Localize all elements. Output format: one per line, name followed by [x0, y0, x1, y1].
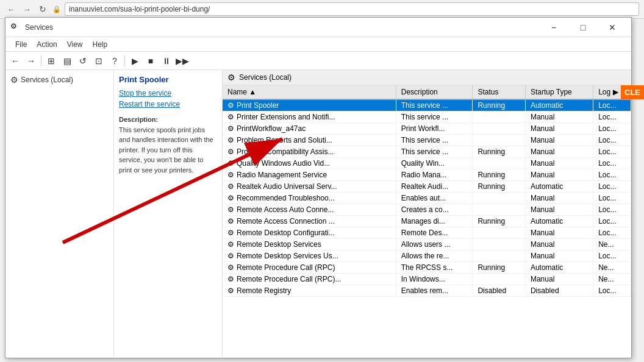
- service-status-cell: Running: [473, 181, 526, 193]
- service-desc-cell: Allows the re...: [396, 250, 473, 262]
- service-icon: ⚙: [227, 286, 234, 295]
- service-logon-cell: Loc...: [593, 99, 631, 112]
- address-bar[interactable]: [65, 2, 639, 16]
- service-name-cell: ⚙Remote Procedure Call (RPC): [223, 262, 396, 274]
- service-icon: ⚙: [227, 182, 234, 191]
- service-logon-cell: Loc...: [593, 227, 631, 239]
- table-row[interactable]: ⚙Remote Procedure Call (RPC)The RPCSS s.…: [223, 262, 631, 274]
- services-local-nav[interactable]: ⚙ Services (Local): [5, 73, 113, 87]
- table-row[interactable]: ⚙Quality Windows Audio Vid...Quality Win…: [223, 158, 631, 169]
- restart-service-link[interactable]: Restart the service: [119, 100, 217, 108]
- close-button[interactable]: ✕: [598, 18, 626, 37]
- refresh-button[interactable]: ↻: [37, 3, 49, 15]
- service-logon-cell: Loc...: [593, 135, 631, 146]
- service-logon-cell: Loc...: [593, 112, 631, 123]
- table-row[interactable]: ⚙Remote Access Auto Conne...Creates a co…: [223, 204, 631, 216]
- service-name-cell: ⚙PrintWorkflow_a47ac: [223, 123, 396, 135]
- show-details-btn[interactable]: ⊞: [44, 54, 59, 68]
- maximize-button[interactable]: □: [569, 18, 597, 37]
- pause-service-btn[interactable]: ⏸: [159, 54, 174, 68]
- help-toolbar-btn[interactable]: ?: [107, 54, 122, 68]
- service-logon-cell: Loc...: [593, 123, 631, 135]
- toolbar: ← → ⊞ ▤ ↺ ⊡ ? ▶ ■ ⏸ ▶▶: [5, 52, 631, 70]
- service-name-cell: ⚙Program Compatibility Assis...: [223, 146, 396, 158]
- services-nav-icon: ⚙: [10, 75, 18, 85]
- forward-toolbar-btn[interactable]: →: [24, 54, 38, 68]
- toolbar-sep2: [124, 55, 125, 66]
- stop-service-btn[interactable]: ■: [143, 54, 158, 68]
- table-row[interactable]: ⚙Remote Desktop ServicesAllows users ...…: [223, 239, 631, 250]
- services-window: ⚙ Services − □ ✕ File Action View Help ←…: [5, 17, 632, 358]
- services-table-container[interactable]: Name ▲ Description Status Startup Type L…: [223, 85, 631, 352]
- service-icon: ⚙: [227, 263, 234, 272]
- service-name-cell: ⚙Recommended Troubleshoo...: [223, 193, 396, 204]
- col-header-name[interactable]: Name ▲: [223, 85, 396, 99]
- service-status-cell: Running: [473, 146, 526, 158]
- stop-service-link[interactable]: Stop the service: [119, 89, 217, 98]
- col-header-startup[interactable]: Startup Type: [525, 85, 593, 99]
- table-row[interactable]: ⚙Printer Extensions and Notifi...This se…: [223, 112, 631, 123]
- back-button[interactable]: ←: [5, 3, 17, 15]
- table-row[interactable]: ⚙Recommended Troubleshoo...Enables aut..…: [223, 193, 631, 204]
- service-icon: ⚙: [227, 136, 234, 144]
- service-logon-cell: Loc...: [593, 285, 631, 297]
- start-service-btn[interactable]: ▶: [127, 54, 142, 68]
- left-nav: ⚙ Services (Local): [5, 70, 114, 357]
- service-logon-cell: Loc...: [593, 204, 631, 216]
- minimize-button[interactable]: −: [540, 18, 568, 37]
- table-row[interactable]: ⚙Radio Management ServiceRadio Mana...Ru…: [223, 169, 631, 181]
- service-icon: ⚙: [227, 205, 234, 214]
- service-icon: ⚙: [227, 147, 234, 156]
- service-icon: ⚙: [227, 252, 234, 260]
- service-startup-cell: Manual: [525, 112, 593, 123]
- restart-service-btn[interactable]: ▶▶: [175, 54, 190, 68]
- services-list-icon: ⚙: [227, 73, 235, 82]
- service-icon: ⚙: [227, 113, 234, 121]
- service-desc-cell: This service ...: [396, 99, 473, 112]
- service-name-cell: ⚙Remote Registry: [223, 285, 396, 297]
- refresh-toolbar-btn[interactable]: ↺: [76, 54, 90, 68]
- service-startup-cell: Automatic: [525, 99, 593, 112]
- menu-help[interactable]: Help: [88, 39, 113, 50]
- col-header-status[interactable]: Status: [473, 85, 526, 99]
- service-name-cell: ⚙Remote Access Auto Conne...: [223, 204, 396, 216]
- properties-btn[interactable]: ⊡: [91, 54, 106, 68]
- services-list-title: Services (Local): [239, 73, 292, 82]
- service-name-cell: ⚙Remote Desktop Services Us...: [223, 250, 396, 262]
- service-icon: ⚙: [227, 194, 234, 202]
- service-logon-cell: Loc...: [593, 181, 631, 193]
- service-status-cell: [473, 250, 526, 262]
- back-toolbar-btn[interactable]: ←: [8, 54, 23, 68]
- service-icon: ⚙: [227, 240, 234, 249]
- menu-view[interactable]: View: [62, 39, 88, 50]
- service-desc-cell: Realtek Audi...: [396, 181, 473, 193]
- menu-file[interactable]: File: [10, 39, 32, 50]
- service-status-cell: [473, 274, 526, 285]
- info-pane-description: Description: This service spools print j…: [119, 115, 217, 175]
- table-row[interactable]: ⚙Remote Procedure Call (RPC)...In Window…: [223, 274, 631, 285]
- table-row[interactable]: ⚙Problem Reports and Soluti...This servi…: [223, 135, 631, 146]
- table-row[interactable]: ⚙Print SpoolerThis service ...RunningAut…: [223, 99, 631, 112]
- table-row[interactable]: ⚙Remote RegistryEnables rem...DisabledDi…: [223, 285, 631, 297]
- service-startup-cell: Manual: [525, 204, 593, 216]
- service-logon-cell: Ne...: [593, 274, 631, 285]
- service-startup-cell: Manual: [525, 135, 593, 146]
- description-label: Description:: [119, 116, 158, 123]
- service-name-cell: ⚙Remote Access Connection ...: [223, 216, 396, 227]
- table-row[interactable]: ⚙Remote Desktop Services Us...Allows the…: [223, 250, 631, 262]
- menu-action[interactable]: Action: [32, 39, 62, 50]
- service-status-cell: [473, 193, 526, 204]
- service-name-cell: ⚙Printer Extensions and Notifi...: [223, 112, 396, 123]
- cle-tab[interactable]: CLE: [621, 85, 644, 99]
- forward-button[interactable]: →: [21, 3, 33, 15]
- table-row[interactable]: ⚙PrintWorkflow_a47acPrint Workfl...Manua…: [223, 123, 631, 135]
- show-list-btn[interactable]: ▤: [60, 54, 74, 68]
- table-row[interactable]: ⚙Program Compatibility Assis...This serv…: [223, 146, 631, 158]
- table-row[interactable]: ⚙Remote Desktop Configurati...Remote Des…: [223, 227, 631, 239]
- table-row[interactable]: ⚙Remote Access Connection ...Manages di.…: [223, 216, 631, 227]
- service-startup-cell: Automatic: [525, 262, 593, 274]
- table-row[interactable]: ⚙Realtek Audio Universal Serv...Realtek …: [223, 181, 631, 193]
- service-status-cell: [473, 204, 526, 216]
- col-header-desc[interactable]: Description: [396, 85, 473, 99]
- service-startup-cell: Manual: [525, 274, 593, 285]
